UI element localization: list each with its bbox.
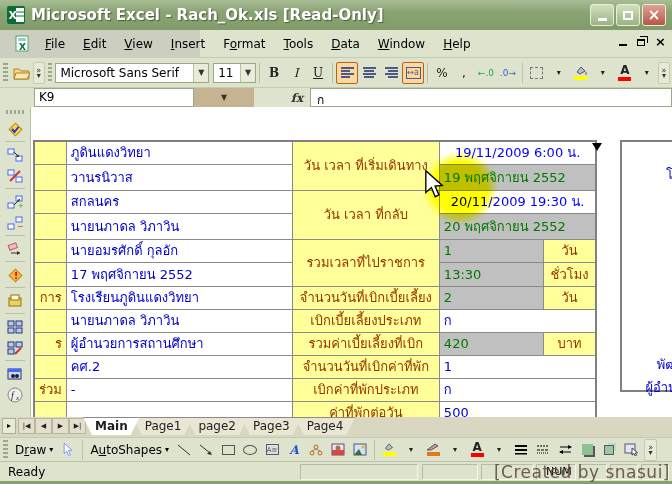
menu-file[interactable]: File [36, 34, 74, 54]
arrow-style-button[interactable] [554, 439, 576, 461]
cell-value[interactable]: ก [439, 309, 596, 332]
open-button[interactable] [11, 62, 33, 84]
cell-unit[interactable]: บาท [543, 332, 596, 355]
toolbar-options[interactable]: »▾ [658, 62, 670, 84]
borders-caret-icon[interactable]: ▾ [548, 62, 570, 84]
sheet-tab-page1[interactable]: Page1 [133, 417, 194, 435]
cell-label[interactable]: รวมเวลาที่ไปราชการ [292, 239, 439, 286]
menu-window[interactable]: Window [369, 34, 434, 54]
last-sheet-button[interactable]: ▶| [69, 418, 86, 434]
cell-left-fragment[interactable] [34, 401, 66, 417]
increase-decimal-button[interactable]: ←.0 [475, 62, 497, 84]
sheet-tab-page3[interactable]: Page3 [241, 417, 302, 435]
cell-left-fragment[interactable] [34, 164, 66, 190]
cell-left-fragment[interactable] [34, 239, 66, 262]
clip-art-button[interactable] [327, 439, 349, 461]
prev-sheet-button[interactable]: ◀ [35, 418, 52, 434]
insert-function-button[interactable]: fx [284, 88, 310, 107]
error-checking-smart-button[interactable] [3, 118, 27, 139]
cell-unit[interactable]: ชั่วโมง [543, 262, 596, 286]
cell-name[interactable]: - [66, 378, 292, 401]
cell-value[interactable]: 13:30 [439, 262, 543, 286]
cell-value[interactable]: 1 [439, 239, 543, 262]
align-right-button[interactable] [380, 62, 402, 84]
cell-name[interactable]: โรงเรียนภูดินแดงวิทยา [66, 286, 292, 309]
align-left-button[interactable] [336, 62, 358, 84]
rectangle-button[interactable] [217, 439, 239, 461]
align-center-button[interactable] [358, 62, 380, 84]
cell-name[interactable]: คศ.2 [66, 355, 292, 378]
sheet-tab-page2[interactable]: page2 [186, 417, 248, 435]
cell-name[interactable]: 17 พฤศจิกายน 2552 [66, 262, 292, 286]
cell-left-fragment[interactable] [34, 141, 66, 164]
auditing-toolbar-grip[interactable] [6, 110, 24, 114]
cell-label[interactable]: เบิกเบี้ยเลี้ยงประเภท [292, 309, 439, 332]
drawing-toolbar-options[interactable]: »▾ [644, 439, 657, 461]
cell-value[interactable]: 420 [439, 332, 543, 355]
underline-button[interactable]: U [307, 62, 329, 84]
cell-left-fragment[interactable]: การ [34, 286, 66, 309]
cell-name[interactable]: นายนภาดล วิภาวิน [66, 213, 292, 239]
italic-button[interactable]: I [285, 62, 307, 84]
sheet-canvas[interactable]: ภูดินแดงวิทยาวัน เวลา ที่เริ่มเดินทาง19/… [31, 107, 672, 417]
remove-dependent-arrows-button[interactable]: − [3, 212, 27, 233]
cell-name[interactable] [66, 401, 292, 417]
arrow-button[interactable] [195, 439, 217, 461]
sheet-close-icon[interactable]: × [655, 37, 666, 47]
draw-line-caret-icon[interactable]: ▾ [444, 439, 466, 461]
fill-color-button[interactable] [570, 62, 592, 84]
cell-value[interactable]: ก [439, 378, 596, 401]
cell-label[interactable]: เบิกค่าที่พักประเภท [292, 378, 439, 401]
select-multiple-button[interactable] [620, 439, 642, 461]
cell-label[interactable]: วัน เวลา ที่กลับ [292, 190, 439, 239]
cell-name[interactable]: สกลนคร [66, 190, 292, 213]
menu-data[interactable]: Data [322, 34, 369, 54]
threed-style-button[interactable] [598, 439, 620, 461]
next-sheet-button[interactable]: ▶ [52, 418, 69, 434]
cell-label[interactable]: วัน เวลา ที่เริ่มเดินทาง [292, 141, 439, 190]
insert-picture-button[interactable] [349, 439, 371, 461]
new-comment-button[interactable] [3, 290, 27, 311]
cell-name[interactable]: นายนภาดล วิภาวิน [66, 309, 292, 332]
clear-validation-circles-button[interactable] [3, 337, 27, 358]
standard-toolbar-options[interactable]: »▾ [33, 62, 45, 84]
first-sheet-button[interactable]: |◀ [18, 418, 35, 434]
name-box-dropdown[interactable]: ▼ [194, 88, 254, 107]
cell-label[interactable]: รวมค่าเบี้ยเลี้ยงที่เบิก [292, 332, 439, 355]
draw-font-caret-icon[interactable]: ▾ [488, 439, 510, 461]
formula-input[interactable]: ก [310, 88, 672, 107]
validation-dropdown-icon[interactable] [592, 143, 602, 151]
cell-label[interactable]: จำนวนวันที่เบิกค่าที่พัก [292, 355, 439, 378]
cell-left-fragment[interactable] [34, 190, 66, 213]
sheet-minimize-icon[interactable] [619, 39, 627, 46]
draw-fill-color-button[interactable] [378, 439, 400, 461]
draw-line-color-button[interactable] [422, 439, 444, 461]
cell-left-fragment[interactable]: ร่วม [34, 378, 66, 401]
comma-style-button[interactable]: , [453, 62, 475, 84]
menu-view[interactable]: View [115, 34, 161, 54]
dash-style-button[interactable] [532, 439, 554, 461]
circle-invalid-data-button[interactable] [3, 316, 27, 337]
remove-precedent-arrows-button[interactable] [3, 165, 27, 186]
maximize-button[interactable] [616, 4, 640, 26]
menu-edit[interactable]: Edit [74, 34, 115, 54]
wordart-button[interactable]: A [283, 439, 305, 461]
diagram-button[interactable] [305, 439, 327, 461]
close-button[interactable]: × [642, 4, 666, 26]
trace-precedents-button[interactable] [3, 144, 27, 165]
menu-insert[interactable]: Insert [162, 34, 214, 54]
sheet-restore-icon[interactable] [637, 39, 645, 46]
autoshapes-menu-button[interactable]: AutoShapes▾ [86, 441, 173, 459]
evaluate-formula-button[interactable]: fx [3, 384, 27, 405]
name-box[interactable]: K9 [34, 88, 194, 107]
font-name-combo[interactable]: Microsoft Sans Serif ▼ [55, 63, 209, 83]
standard-toolbar-grip[interactable] [3, 63, 8, 83]
menu-help[interactable]: Help [434, 34, 479, 54]
formatting-toolbar-grip[interactable] [48, 63, 53, 83]
cell-left-fragment[interactable] [34, 355, 66, 378]
cell-label[interactable]: ค่าที่พักต่อวัน [292, 401, 439, 417]
cell-name[interactable]: ภูดินแดงวิทยา [66, 141, 292, 164]
fill-color-caret-icon[interactable]: ▾ [592, 62, 614, 84]
merge-center-button[interactable]: ↔a [402, 62, 424, 84]
cell-name[interactable]: ผู้อำนวยการสถานศึกษา [66, 332, 292, 355]
